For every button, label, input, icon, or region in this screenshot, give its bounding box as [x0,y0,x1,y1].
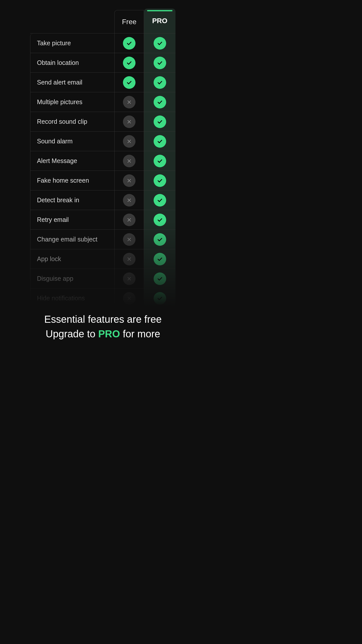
table-row: Obtain location [30,53,175,72]
check-icon [154,135,166,148]
check-icon [154,155,166,167]
cell-free [114,289,144,308]
check-icon [154,96,166,108]
cross-icon [123,194,135,207]
cross-icon [123,115,135,128]
cell-pro [144,132,175,151]
feature-label: Take picture [30,33,114,53]
table-body: Take pictureObtain locationSend alert em… [30,33,175,308]
comparison-table: Free PRO Take pictureObtain locationSend… [30,10,175,308]
cell-free [114,269,144,288]
cell-free [114,230,144,249]
table-row: Sound alarm [30,131,175,151]
cross-icon [123,174,135,187]
cell-free [114,171,144,190]
table-row: Hide notifications [30,288,175,308]
check-icon [123,57,135,69]
feature-label: Sound alarm [30,132,114,151]
cell-pro [144,210,175,229]
feature-label: Disguise app [30,269,114,288]
cross-icon [123,155,135,167]
table-row: Retry email [30,210,175,229]
table-row: Take picture [30,33,175,53]
tagline-line2-after: for more [120,328,160,339]
feature-label: Alert Message [30,151,114,171]
check-icon [154,214,166,226]
header-spacer [30,10,114,33]
cell-free [114,151,144,171]
cross-icon [123,272,135,285]
cell-free [114,92,144,112]
cell-free [114,53,144,72]
feature-label: Change email subject [30,230,114,249]
cell-free [114,33,144,53]
tagline: Essential features are free Upgrade to P… [0,312,206,341]
cross-icon [123,292,135,305]
table-row: Disguise app [30,269,175,288]
cell-pro [144,53,175,72]
check-icon [154,292,166,305]
table-row: Alert Message [30,151,175,171]
table-row: App lock [30,249,175,269]
feature-label: App lock [30,249,114,269]
cell-pro [144,112,175,131]
check-icon [154,272,166,285]
cross-icon [123,96,135,108]
cell-free [114,210,144,229]
check-icon [154,76,166,89]
cross-icon [123,233,135,246]
check-icon [123,76,135,89]
cell-pro [144,269,175,288]
cell-pro [144,190,175,210]
cell-pro [144,92,175,112]
tagline-line2-before: Upgrade to [46,328,98,339]
cell-pro [144,230,175,249]
feature-label: Hide notifications [30,289,114,308]
cell-pro [144,151,175,171]
cell-free [114,112,144,131]
table-header: Free PRO [30,10,175,33]
check-icon [154,57,166,69]
check-icon [154,37,166,50]
cell-pro [144,249,175,269]
tagline-line1: Essential features are free [44,314,162,325]
cell-pro [144,289,175,308]
table-row: Send alert email [30,72,175,92]
column-header-free: Free [114,10,144,33]
cell-pro [144,73,175,92]
check-icon [154,115,166,128]
check-icon [154,174,166,187]
feature-label: Send alert email [30,73,114,92]
column-header-pro: PRO [144,9,175,33]
check-icon [123,37,135,50]
tagline-pro-word: PRO [98,328,120,339]
cross-icon [123,253,135,265]
feature-label: Retry email [30,210,114,229]
cell-pro [144,171,175,190]
feature-label: Obtain location [30,53,114,72]
table-row: Fake home screen [30,171,175,190]
table-row: Record sound clip [30,112,175,131]
feature-label: Multiple pictures [30,92,114,112]
feature-label: Record sound clip [30,112,114,131]
cell-free [114,132,144,151]
feature-label: Fake home screen [30,171,114,190]
cell-free [114,73,144,92]
table-row: Change email subject [30,229,175,249]
cell-pro [144,33,175,53]
check-icon [154,253,166,265]
cross-icon [123,214,135,226]
table-row: Multiple pictures [30,92,175,112]
feature-label: Detect break in [30,190,114,210]
cross-icon [123,135,135,148]
cell-free [114,190,144,210]
check-icon [154,194,166,207]
table-row: Detect break in [30,190,175,210]
check-icon [154,233,166,246]
cell-free [114,249,144,269]
